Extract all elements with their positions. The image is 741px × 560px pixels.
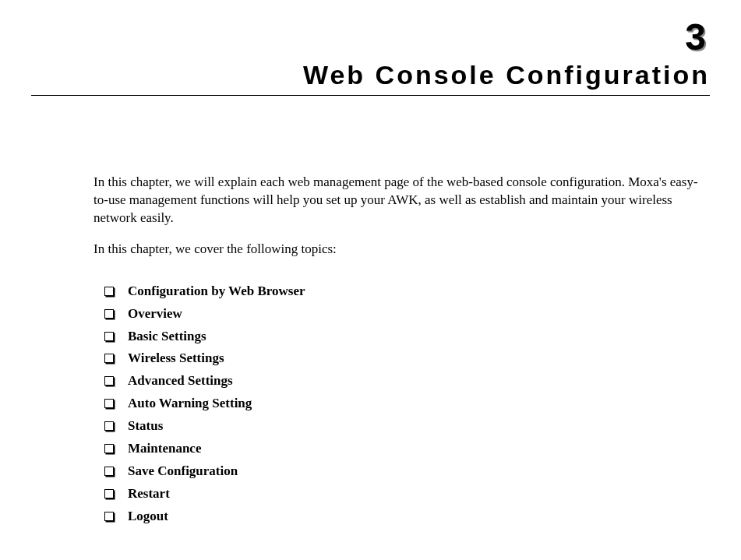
topic-label: Overview <box>128 303 182 326</box>
bullet-icon <box>104 309 114 319</box>
intro-paragraph-1: In this chapter, we will explain each we… <box>94 174 710 227</box>
list-item: Configuration by Web Browser <box>104 280 710 303</box>
topic-label: Advanced Settings <box>128 370 233 393</box>
intro-paragraph-2: In this chapter, we cover the following … <box>94 241 710 259</box>
bullet-icon <box>104 444 114 453</box>
list-item: Advanced Settings <box>104 370 710 393</box>
topic-label: Basic Settings <box>128 326 206 348</box>
list-item: Basic Settings <box>104 326 710 348</box>
bullet-icon <box>104 354 114 363</box>
list-item: Logout <box>104 505 710 528</box>
topic-label: Wireless Settings <box>128 347 224 370</box>
topic-label: Logout <box>128 505 168 528</box>
content-body: In this chapter, we will explain each we… <box>94 174 710 528</box>
page-container: 3 Web Console Configuration In this chap… <box>0 0 741 559</box>
bullet-icon <box>104 287 114 296</box>
list-item: Maintenance <box>104 438 710 460</box>
list-item: Restart <box>104 483 710 505</box>
list-item: Wireless Settings <box>104 347 710 370</box>
chapter-number: 3 <box>31 16 706 58</box>
list-item: Save Configuration <box>104 460 710 483</box>
topic-label: Auto Warning Setting <box>128 393 252 415</box>
bullet-icon <box>104 399 114 408</box>
topic-label: Maintenance <box>128 438 201 460</box>
topic-label: Save Configuration <box>128 460 238 483</box>
list-item: Status <box>104 415 710 438</box>
bullet-icon <box>104 489 114 498</box>
topic-label: Status <box>128 415 163 438</box>
list-item: Overview <box>104 303 710 326</box>
bullet-icon <box>104 421 114 431</box>
bullet-icon <box>104 467 114 476</box>
topic-label: Restart <box>128 483 170 505</box>
topics-list: Configuration by Web Browser Overview Ba… <box>104 280 710 528</box>
list-item: Auto Warning Setting <box>104 393 710 415</box>
bullet-icon <box>104 512 114 521</box>
bullet-icon <box>104 332 114 341</box>
chapter-title: Web Console Configuration <box>31 60 710 90</box>
topic-label: Configuration by Web Browser <box>128 280 305 303</box>
divider-line <box>31 95 710 96</box>
bullet-icon <box>104 376 114 386</box>
